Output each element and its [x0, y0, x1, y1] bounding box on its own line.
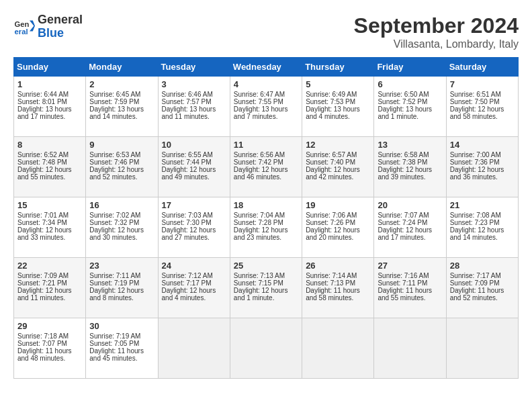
day-num: 18 — [234, 200, 298, 210]
day-num: 24 — [162, 261, 226, 271]
sunrise: Sunrise: 7:12 AM — [162, 272, 213, 279]
daylight: Daylight: 12 hours and 36 minutes. — [450, 166, 504, 181]
title-block: September 2024 Villasanta, Lombardy, Ita… — [354, 13, 519, 50]
header-wednesday: Wednesday — [230, 58, 302, 77]
sunrise: Sunrise: 7:06 AM — [306, 212, 357, 219]
sunrise: Sunrise: 7:01 AM — [17, 212, 69, 219]
sunrise: Sunrise: 7:11 AM — [89, 272, 140, 279]
calendar-cell — [446, 318, 518, 379]
calendar-cell: 14Sunrise: 7:00 AMSunset: 7:36 PMDayligh… — [446, 137, 518, 197]
calendar-cell: 11Sunrise: 6:56 AMSunset: 7:42 PMDayligh… — [230, 137, 302, 197]
sunrise: Sunrise: 6:58 AM — [378, 151, 429, 158]
day-num: 26 — [306, 261, 370, 271]
day-num: 28 — [450, 261, 515, 271]
sunset: Sunset: 7:21 PM — [17, 279, 67, 287]
daylight: Daylight: 13 hours and 7 minutes. — [234, 105, 288, 120]
day-num: 9 — [89, 140, 154, 150]
sunset: Sunset: 7:36 PM — [450, 158, 500, 166]
svg-text:eral: eral — [15, 28, 28, 36]
header-tuesday: Tuesday — [158, 58, 230, 77]
calendar-cell: 26Sunrise: 7:14 AMSunset: 7:13 PMDayligh… — [302, 258, 374, 318]
day-num: 29 — [17, 321, 82, 331]
sunrise: Sunrise: 6:50 AM — [378, 91, 429, 98]
calendar-table: SundayMondayTuesdayWednesdayThursdayFrid… — [13, 57, 519, 379]
logo-line2: Blue — [38, 27, 83, 40]
logo-line1: General — [38, 13, 83, 27]
calendar-cell: 20Sunrise: 7:07 AMSunset: 7:24 PMDayligh… — [374, 197, 446, 258]
sunrise: Sunrise: 6:46 AM — [162, 91, 213, 98]
day-num: 12 — [306, 140, 370, 150]
daylight: Daylight: 12 hours and 8 minutes. — [89, 287, 144, 302]
sunset: Sunset: 7:32 PM — [89, 219, 139, 226]
sunset: Sunset: 7:59 PM — [89, 98, 139, 105]
calendar-cell: 19Sunrise: 7:06 AMSunset: 7:26 PMDayligh… — [302, 197, 374, 258]
sunrise: Sunrise: 7:08 AM — [450, 212, 501, 219]
day-num: 17 — [162, 200, 226, 210]
sunrise: Sunrise: 6:45 AM — [89, 91, 140, 98]
sunset: Sunset: 7:23 PM — [450, 219, 500, 226]
daylight: Daylight: 12 hours and 4 minutes. — [162, 287, 216, 302]
daylight: Daylight: 12 hours and 42 minutes. — [306, 166, 360, 181]
calendar-cell — [374, 318, 446, 379]
daylight: Daylight: 11 hours and 58 minutes. — [306, 287, 360, 302]
header-row: SundayMondayTuesdayWednesdayThursdayFrid… — [14, 58, 519, 77]
sunrise: Sunrise: 7:16 AM — [378, 272, 429, 279]
day-num: 8 — [17, 140, 82, 150]
calendar-cell: 29Sunrise: 7:18 AMSunset: 7:07 PMDayligh… — [14, 318, 86, 379]
daylight: Daylight: 12 hours and 30 minutes. — [89, 226, 144, 241]
sunrise: Sunrise: 7:18 AM — [17, 332, 69, 340]
day-num: 16 — [89, 200, 154, 210]
sunset: Sunset: 7:07 PM — [17, 340, 67, 347]
calendar-cell: 3Sunrise: 6:46 AMSunset: 7:57 PMDaylight… — [158, 77, 230, 137]
calendar-cell: 15Sunrise: 7:01 AMSunset: 7:34 PMDayligh… — [14, 197, 86, 258]
daylight: Daylight: 12 hours and 11 minutes. — [17, 287, 72, 302]
daylight: Daylight: 12 hours and 58 minutes. — [450, 105, 504, 120]
sunrise: Sunrise: 7:00 AM — [450, 151, 501, 158]
calendar-cell: 7Sunrise: 6:51 AMSunset: 7:50 PMDaylight… — [446, 77, 518, 137]
day-num: 27 — [378, 261, 442, 271]
sunrise: Sunrise: 6:57 AM — [306, 151, 357, 158]
day-num: 13 — [378, 140, 442, 150]
day-num: 19 — [306, 200, 370, 210]
sunset: Sunset: 7:24 PM — [378, 219, 427, 226]
day-num: 4 — [234, 79, 298, 89]
calendar-cell: 23Sunrise: 7:11 AMSunset: 7:19 PMDayligh… — [86, 258, 158, 318]
daylight: Daylight: 13 hours and 4 minutes. — [306, 105, 360, 120]
calendar-cell: 28Sunrise: 7:17 AMSunset: 7:09 PMDayligh… — [446, 258, 518, 318]
header-thursday: Thursday — [302, 58, 374, 77]
sunset: Sunset: 7:13 PM — [306, 279, 355, 287]
daylight: Daylight: 12 hours and 33 minutes. — [17, 226, 72, 241]
calendar-cell: 24Sunrise: 7:12 AMSunset: 7:17 PMDayligh… — [158, 258, 230, 318]
sunset: Sunset: 7:05 PM — [89, 340, 139, 347]
sunset: Sunset: 7:38 PM — [378, 158, 427, 166]
sunrise: Sunrise: 7:13 AM — [234, 272, 285, 279]
calendar-cell: 4Sunrise: 6:47 AMSunset: 7:55 PMDaylight… — [230, 77, 302, 137]
sunset: Sunset: 7:15 PM — [234, 279, 283, 287]
sunset: Sunset: 7:34 PM — [17, 219, 67, 226]
calendar-cell: 6Sunrise: 6:50 AMSunset: 7:52 PMDaylight… — [374, 77, 446, 137]
calendar-cell: 27Sunrise: 7:16 AMSunset: 7:11 PMDayligh… — [374, 258, 446, 318]
sunset: Sunset: 7:19 PM — [89, 279, 139, 287]
sunset: Sunset: 7:46 PM — [89, 158, 139, 166]
sunset: Sunset: 7:44 PM — [162, 158, 212, 166]
sunset: Sunset: 7:55 PM — [234, 98, 283, 105]
daylight: Daylight: 13 hours and 14 minutes. — [89, 105, 144, 120]
page-header: Gen eral General Blue September 2024 Vil… — [13, 13, 519, 50]
calendar-cell — [302, 318, 374, 379]
daylight: Daylight: 12 hours and 27 minutes. — [162, 226, 216, 241]
daylight: Daylight: 12 hours and 49 minutes. — [162, 166, 216, 181]
day-num: 30 — [89, 321, 154, 331]
day-num: 5 — [306, 79, 370, 89]
day-num: 11 — [234, 140, 298, 150]
svg-marker-2 — [30, 20, 35, 31]
sunset: Sunset: 7:28 PM — [234, 219, 283, 226]
week-row: 29Sunrise: 7:18 AMSunset: 7:07 PMDayligh… — [14, 318, 519, 379]
calendar-cell: 13Sunrise: 6:58 AMSunset: 7:38 PMDayligh… — [374, 137, 446, 197]
calendar-cell: 8Sunrise: 6:52 AMSunset: 7:48 PMDaylight… — [14, 137, 86, 197]
calendar-cell: 12Sunrise: 6:57 AMSunset: 7:40 PMDayligh… — [302, 137, 374, 197]
calendar-cell — [158, 318, 230, 379]
sunset: Sunset: 7:57 PM — [162, 98, 212, 105]
day-num: 7 — [450, 79, 515, 89]
sunrise: Sunrise: 6:49 AM — [306, 91, 357, 98]
calendar-cell: 2Sunrise: 6:45 AMSunset: 7:59 PMDaylight… — [86, 77, 158, 137]
